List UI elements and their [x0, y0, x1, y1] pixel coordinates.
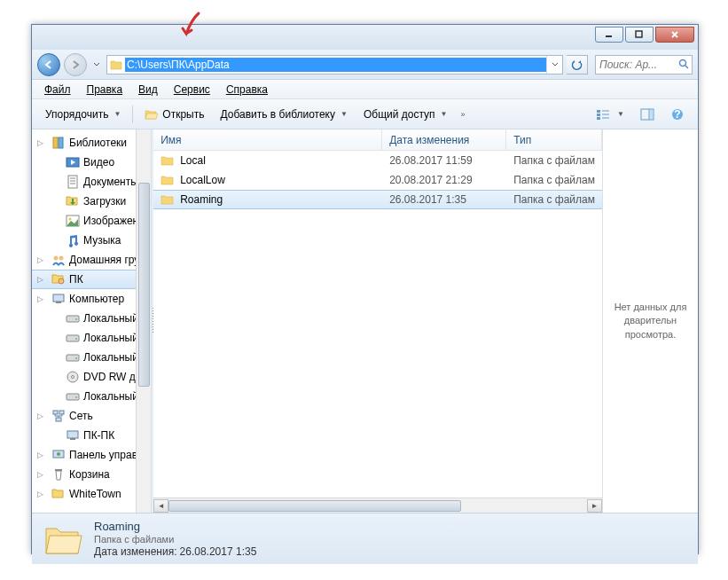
file-row[interactable]: Local26.08.2017 11:59Папка с файлам [153, 151, 602, 170]
svg-rect-31 [67, 335, 79, 341]
column-date[interactable]: Дата изменения [382, 129, 506, 150]
maximize-button[interactable] [625, 27, 654, 43]
tree-label: Корзина [69, 468, 110, 481]
tree-item[interactable]: ▷ПК [32, 270, 151, 289]
menu-file[interactable]: Файл [37, 82, 78, 98]
tree-item[interactable]: ПК-ПК [32, 426, 151, 445]
expand-icon[interactable]: ▷ [37, 451, 48, 459]
sidebar-scrollbar[interactable] [136, 129, 151, 513]
tree-item[interactable]: Загрузки [32, 192, 151, 211]
tree-item[interactable]: ▷Сеть [32, 406, 151, 426]
tree-item[interactable]: Документы [32, 172, 151, 192]
svg-rect-37 [67, 394, 79, 400]
menu-edit[interactable]: Правка [80, 82, 130, 98]
help-button[interactable]: ? [662, 104, 693, 125]
search-input[interactable] [596, 59, 677, 71]
svg-rect-43 [70, 438, 75, 440]
file-name: Roaming [180, 193, 223, 206]
svg-rect-16 [59, 137, 63, 148]
computer-icon [51, 292, 66, 306]
dvd-icon [66, 370, 80, 384]
tree-item[interactable]: DVD RW дисковод ( [32, 367, 151, 387]
view-mode-button[interactable]: ▼ [588, 105, 632, 124]
folder-icon [160, 174, 175, 186]
scrollbar-thumb[interactable] [168, 500, 461, 512]
menu-view[interactable]: Вид [131, 82, 165, 98]
tree-item[interactable]: Изображения [32, 211, 151, 231]
drive-icon [66, 311, 80, 325]
expand-icon[interactable]: ▷ [37, 411, 48, 420]
history-dropdown[interactable] [90, 62, 103, 67]
minimize-button[interactable] [595, 27, 623, 43]
share-button[interactable]: Общий доступ▼ [356, 105, 456, 124]
tree-item[interactable]: ▷Корзина [32, 465, 151, 484]
forward-button[interactable] [64, 53, 87, 76]
video-icon [66, 155, 80, 169]
tree-item[interactable]: Локальный диск (D [32, 328, 151, 348]
file-date: 26.08.2017 11:59 [382, 154, 506, 167]
file-row[interactable]: LocalLow20.08.2017 21:29Папка с файлам [153, 170, 602, 190]
svg-rect-27 [53, 294, 64, 302]
expand-icon[interactable]: ▷ [37, 490, 48, 498]
svg-point-24 [54, 256, 59, 261]
homegroup-icon [51, 253, 66, 267]
expand-icon[interactable]: ▷ [37, 138, 48, 147]
folder-open-icon [145, 108, 159, 121]
tree-item[interactable]: ▷Компьютер [32, 289, 151, 309]
downloads-icon [66, 194, 80, 208]
folder-icon [160, 193, 175, 206]
menu-help[interactable]: Справка [219, 82, 275, 98]
folder-icon [160, 154, 175, 167]
tree-item[interactable]: Локальный диск (Y [32, 387, 151, 406]
file-type: Папка с файлам [506, 154, 602, 167]
expand-icon[interactable]: ▷ [37, 294, 48, 303]
details-date: Дата изменения: 26.08.2017 1:35 [94, 545, 256, 558]
tree-item[interactable]: ▷Библиотеки [32, 133, 151, 153]
address-dropdown[interactable] [546, 56, 562, 74]
toolbar: Упорядочить▼ Открыть Добавить в библиоте… [32, 99, 698, 129]
music-icon [66, 233, 80, 247]
column-type[interactable]: Тип [506, 129, 602, 150]
svg-point-25 [59, 256, 64, 261]
svg-point-26 [59, 278, 64, 284]
svg-rect-42 [67, 431, 78, 438]
expand-icon[interactable]: ▷ [37, 275, 48, 284]
svg-point-36 [72, 376, 74, 379]
control-icon [51, 448, 66, 462]
open-button[interactable]: Открыть [137, 105, 212, 124]
back-button[interactable] [37, 53, 60, 76]
column-name[interactable]: Имя [153, 129, 382, 150]
horizontal-scrollbar[interactable]: ◄ ► [153, 498, 602, 513]
svg-rect-39 [53, 411, 58, 414]
tree-item[interactable]: ▷Панель управления [32, 445, 151, 465]
scrollbar-thumb[interactable] [138, 183, 150, 387]
documents-icon [66, 175, 80, 189]
address-input[interactable] [125, 58, 546, 72]
scroll-left-button[interactable]: ◄ [153, 499, 168, 513]
tree-item[interactable]: ▷Домашняя группа [32, 250, 151, 270]
file-list: Имя Дата изменения Тип Local26.08.2017 1… [153, 129, 602, 513]
file-row[interactable]: Roaming26.08.2017 1:35Папка с файлам [153, 190, 602, 209]
tree-item[interactable]: Видео [32, 153, 151, 172]
svg-point-30 [75, 318, 77, 320]
scroll-right-button[interactable]: ► [587, 499, 602, 513]
tree-item[interactable]: Локальный диск (C [32, 309, 151, 328]
tree-item[interactable]: Локальный диск (E [32, 348, 151, 367]
tree-label: Загрузки [83, 195, 126, 208]
refresh-button[interactable] [567, 55, 588, 74]
organize-button[interactable]: Упорядочить▼ [37, 105, 129, 124]
preview-pane-button[interactable] [632, 105, 662, 124]
tree-item[interactable]: Музыка [32, 231, 151, 250]
svg-rect-6 [597, 117, 600, 120]
svg-rect-28 [56, 302, 61, 303]
expand-icon[interactable]: ▷ [37, 470, 48, 479]
tree-item[interactable]: ▷WhiteTown [32, 484, 151, 504]
menu-tools[interactable]: Сервис [167, 82, 217, 98]
svg-point-23 [69, 218, 72, 221]
close-button[interactable] [655, 27, 694, 43]
add-library-button[interactable]: Добавить в библиотеку▼ [212, 105, 355, 124]
toolbar-overflow[interactable]: » [455, 110, 470, 119]
expand-icon[interactable]: ▷ [37, 255, 48, 264]
file-name: LocalLow [180, 174, 225, 186]
navigation-pane: ▷БиблиотекиВидеоДокументыЗагрузкиИзображ… [32, 129, 152, 513]
